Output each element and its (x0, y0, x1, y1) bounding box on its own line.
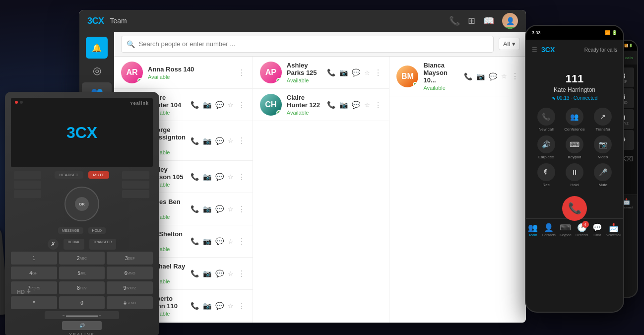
chat-action-icon[interactable]: 💬 (352, 68, 360, 76)
key-6[interactable]: 6MNO (107, 267, 153, 279)
call-action-icon[interactable]: 📞 (191, 302, 199, 310)
star-icon[interactable]: ☆ (228, 270, 234, 277)
more-menu-icon[interactable]: ⋮ (238, 68, 246, 77)
back-btn[interactable]: ✗ (48, 239, 59, 250)
key-3[interactable]: 3DEF (107, 252, 153, 265)
nav-chat[interactable]: 💬 Chat (592, 223, 602, 237)
speaker-btn[interactable]: 🔊 (62, 321, 102, 330)
transfer-button[interactable]: ↗ Transfer (591, 108, 615, 132)
more-menu-icon[interactable]: ⋮ (238, 301, 246, 311)
key-0[interactable]: 0 (59, 296, 105, 309)
key-2[interactable]: 2ABC (59, 252, 105, 265)
more-menu-icon[interactable]: ⋮ (238, 269, 246, 278)
chat-action-icon[interactable]: 💬 (215, 101, 224, 109)
nav-voicemail[interactable]: 📩 Voicemail (606, 223, 621, 237)
hold-button[interactable]: ⏸ Hold (562, 163, 586, 187)
headset-btn[interactable]: HEADSET (55, 171, 83, 179)
nav-team[interactable]: 👥 Team (528, 223, 538, 237)
star-icon[interactable]: ☆ (228, 173, 234, 181)
chat-action-icon[interactable]: 💬 (215, 269, 224, 277)
video-action-icon[interactable]: 📷 (339, 101, 348, 109)
new-call-button[interactable]: 📞 New call (534, 108, 558, 132)
search-input[interactable] (139, 40, 488, 48)
filter-dropdown[interactable]: All ▾ (499, 38, 520, 50)
keypad-button[interactable]: ⌨ Keypad (562, 135, 586, 159)
call-action-icon[interactable]: 📞 (191, 237, 199, 245)
phone-softkey[interactable] (122, 171, 149, 179)
star-icon[interactable]: ☆ (228, 238, 234, 245)
call-action-icon[interactable]: 📞 (191, 137, 199, 145)
call-action-icon[interactable]: 📞 (191, 205, 199, 213)
more-menu-icon[interactable]: ⋮ (374, 68, 382, 77)
star-icon[interactable]: ☆ (501, 72, 507, 80)
key-star[interactable]: * (11, 296, 57, 309)
menu-icon[interactable]: ☰ (532, 46, 537, 53)
volume-bar[interactable]: − ▬▬▬▬▬▬▬▬ + (45, 311, 119, 319)
phone-softkey[interactable] (122, 190, 149, 198)
video-action-icon[interactable]: 📷 (203, 269, 211, 277)
ok-button[interactable]: OK (75, 197, 89, 211)
video-action-icon[interactable]: 📷 (203, 137, 211, 145)
chat-action-icon[interactable]: 💬 (352, 101, 360, 109)
contact-row[interactable]: AP Ashley Parks 125 Available 📞 📷 💬 ☆ ⋮ (253, 57, 389, 89)
nav-recents[interactable]: 🕐 4 Recents (576, 223, 588, 237)
star-icon[interactable]: ☆ (228, 101, 234, 109)
conference-button[interactable]: 👥 Conference (562, 108, 586, 132)
more-menu-icon[interactable]: ⋮ (511, 71, 519, 81)
key-5[interactable]: 5JKL (59, 267, 105, 279)
chat-action-icon[interactable]: 💬 (215, 237, 224, 245)
rec-button[interactable]: 🎙 Rec (534, 163, 558, 187)
message-btn[interactable]: MESSAGE (58, 227, 83, 234)
nav-ring[interactable]: OK (64, 187, 99, 221)
transfer-btn[interactable]: TRANSFER (89, 239, 116, 250)
video-action-icon[interactable]: 📷 (203, 173, 211, 181)
star-icon[interactable]: ☆ (364, 69, 370, 76)
chat-action-icon[interactable]: 💬 (215, 302, 224, 310)
key-4[interactable]: 4GHI (11, 267, 57, 279)
end-call-button[interactable]: 📞 (562, 196, 587, 221)
star-icon[interactable]: ☆ (228, 205, 234, 213)
grid-icon[interactable]: ⊞ (468, 15, 475, 26)
chat-action-icon[interactable]: 💬 (215, 137, 224, 145)
more-menu-icon[interactable]: ⋮ (238, 136, 246, 145)
mute-button[interactable]: 🎤 Mute (591, 163, 615, 187)
more-menu-icon[interactable]: ⋮ (238, 100, 246, 110)
video-button[interactable]: 📷 Video (591, 135, 615, 159)
video-action-icon[interactable]: 📷 (203, 237, 211, 245)
key-8[interactable]: 8TUV (59, 281, 105, 294)
key-1[interactable]: 1 (11, 252, 57, 265)
contact-row[interactable]: BM Bianca Mayson 10... Available 📞 📷 💬 ☆… (389, 57, 526, 96)
mute-btn[interactable]: MUTE (88, 171, 110, 179)
call-action-icon[interactable]: 📞 (464, 72, 472, 80)
star-icon[interactable]: ☆ (228, 302, 234, 310)
video-action-icon[interactable]: 📷 (476, 72, 485, 80)
earpiece-button[interactable]: 🔊 Earpiece (534, 135, 558, 159)
star-icon[interactable]: ☆ (228, 137, 234, 144)
key-hash[interactable]: #SEND (107, 296, 153, 309)
redial-btn[interactable]: REDIAL (64, 239, 84, 250)
more-menu-icon[interactable]: ⋮ (238, 172, 246, 182)
phone-icon[interactable]: 📞 (449, 15, 460, 26)
more-menu-icon[interactable]: ⋮ (374, 100, 382, 110)
video-action-icon[interactable]: 📷 (203, 101, 211, 109)
more-menu-icon[interactable]: ⋮ (238, 204, 246, 214)
nav-contacts[interactable]: 👤 Contacts (542, 223, 556, 237)
more-menu-icon[interactable]: ⋮ (238, 237, 246, 246)
contact-row[interactable]: CH Claire Hunter 122 Available 📞 📷 💬 ☆ ⋮ (253, 89, 389, 121)
call-action-icon[interactable]: 📞 (327, 68, 335, 76)
star-icon[interactable]: ☆ (364, 101, 370, 109)
phone-softkey[interactable] (14, 171, 41, 179)
chat-action-icon[interactable]: 💬 (215, 205, 224, 213)
nav-keypad[interactable]: ⌨ Keypad (560, 223, 572, 237)
phone-softkey[interactable] (14, 190, 41, 198)
chat-action-icon[interactable]: 💬 (215, 173, 224, 181)
call-action-icon[interactable]: 📞 (191, 173, 199, 181)
call-action-icon[interactable]: 📞 (191, 101, 199, 109)
call-action-icon[interactable]: 📞 (327, 101, 335, 109)
chat-action-icon[interactable]: 💬 (489, 72, 497, 80)
video-action-icon[interactable]: 📷 (203, 302, 211, 310)
sidebar-item-notifications[interactable]: 🔔 (86, 37, 108, 59)
book-icon[interactable]: 📖 (483, 15, 494, 26)
phone-softkey[interactable] (14, 181, 41, 189)
call-action-icon[interactable]: 📞 (191, 269, 199, 277)
